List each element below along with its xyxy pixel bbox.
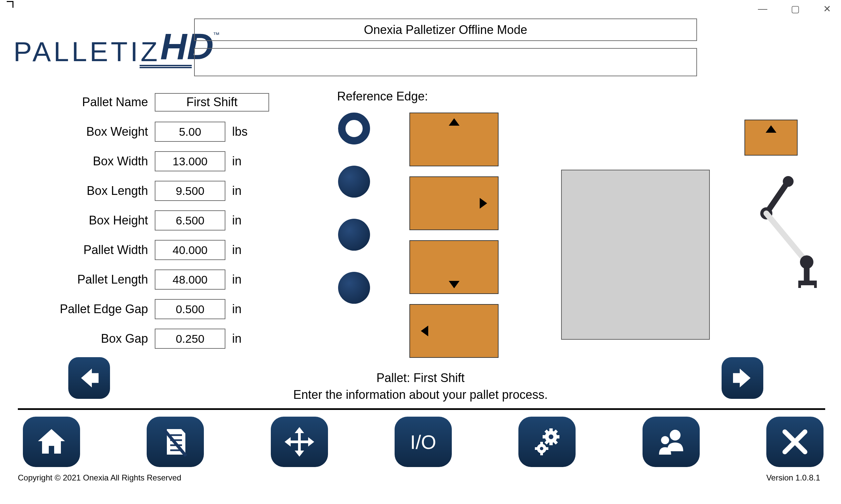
users-button[interactable]: [642, 417, 700, 467]
box-weight-unit: lbs: [232, 125, 251, 139]
status-banner: [194, 48, 697, 76]
settings-button[interactable]: [518, 417, 576, 467]
svg-rect-24: [540, 452, 543, 455]
pallet-width-unit: in: [232, 243, 251, 257]
arrow-right-icon: [480, 198, 487, 209]
home-icon: [35, 425, 68, 458]
gears-icon: [530, 425, 564, 458]
pallet-width-label: Pallet Width: [54, 243, 148, 257]
reference-edge-radio-left[interactable]: [338, 272, 370, 304]
reference-edge-box-up[interactable]: [409, 112, 499, 166]
svg-point-28: [661, 436, 669, 444]
reference-edge-label: Reference Edge:: [337, 89, 428, 104]
box-weight-label: Box Weight: [54, 125, 148, 139]
pallet-width-input[interactable]: [155, 240, 225, 260]
bottom-toolbar: I/O: [23, 417, 824, 467]
svg-rect-5: [814, 281, 817, 288]
svg-rect-16: [555, 435, 560, 438]
pallet-name-input[interactable]: [155, 93, 269, 111]
svg-rect-23: [540, 442, 543, 445]
svg-point-12: [549, 434, 553, 439]
pallet-length-unit: in: [232, 272, 251, 287]
svg-point-27: [670, 430, 681, 440]
io-button[interactable]: I/O: [395, 417, 452, 467]
mode-banner: Onexia Palletizer Offline Mode: [194, 18, 697, 41]
move-arrows-icon: [282, 425, 316, 458]
svg-rect-13: [549, 428, 553, 432]
window-controls: — ▢ ✕: [758, 3, 831, 15]
reference-edge-radios: [338, 112, 370, 304]
minimize-button[interactable]: —: [758, 3, 767, 15]
box-weight-input[interactable]: [155, 122, 225, 142]
pallet-edge-gap-unit: in: [232, 302, 251, 316]
svg-rect-14: [549, 441, 553, 445]
jog-button[interactable]: [271, 417, 328, 467]
document-icon: [158, 425, 192, 458]
pallet-length-input[interactable]: [155, 269, 225, 290]
maximize-button[interactable]: ▢: [791, 3, 800, 15]
svg-rect-3: [798, 281, 817, 285]
reference-edge-boxes: [409, 112, 499, 358]
reference-edge-radio-up[interactable]: [338, 112, 370, 144]
box-width-label: Box Width: [54, 154, 148, 168]
close-icon: [778, 425, 812, 458]
version-text: Version 1.0.8.1: [766, 473, 820, 483]
next-page-button[interactable]: [722, 357, 763, 399]
pallet-length-label: Pallet Length: [54, 272, 148, 287]
svg-point-0: [783, 176, 793, 187]
box-width-input[interactable]: [155, 151, 225, 172]
box-height-label: Box Height: [54, 213, 148, 228]
window-restore-corner: [7, 1, 14, 8]
app-logo: PALLETIZHD™: [14, 27, 213, 68]
copyright-text: Copyright © 2021 Onexia All Rights Reser…: [18, 473, 181, 483]
arrow-up-icon: [449, 118, 460, 126]
box-height-input[interactable]: [155, 210, 225, 231]
recipes-button[interactable]: [147, 417, 204, 467]
prev-page-button[interactable]: [68, 357, 110, 399]
logo-text: PALLETIZ: [14, 36, 160, 67]
box-length-unit: in: [232, 184, 251, 198]
reference-edge-radio-right[interactable]: [338, 166, 370, 198]
io-icon: I/O: [410, 431, 436, 453]
pallet-form: Pallet Name Box Weight lbs Box Width in …: [54, 87, 269, 354]
svg-rect-26: [545, 447, 548, 450]
toolbar-divider: [18, 408, 825, 410]
pallet-name-label: Pallet Name: [54, 95, 148, 109]
exit-button[interactable]: [766, 417, 824, 467]
box-width-unit: in: [232, 154, 251, 168]
arrow-left-icon: [421, 326, 428, 336]
robot-arm-icon: [748, 175, 827, 289]
svg-rect-4: [798, 281, 801, 288]
box-gap-label: Box Gap: [54, 331, 148, 346]
users-icon: [654, 425, 688, 458]
box-gap-input[interactable]: [155, 329, 225, 349]
box-gap-unit: in: [232, 331, 251, 346]
pallet-status-line: Pallet: First Shift: [0, 370, 841, 386]
box-length-label: Box Length: [54, 184, 148, 198]
svg-rect-25: [535, 447, 538, 450]
arrow-right-icon: [729, 364, 756, 392]
box-length-input[interactable]: [155, 181, 225, 201]
close-window-button[interactable]: ✕: [823, 3, 831, 15]
arrow-up-icon: [766, 125, 776, 133]
reference-edge-box-down[interactable]: [409, 240, 499, 294]
instruction-line: Enter the information about your pallet …: [0, 386, 841, 403]
pallet-preview: [561, 170, 710, 340]
arrow-left-icon: [76, 364, 103, 392]
reference-edge-box-right[interactable]: [409, 176, 499, 230]
pallet-edge-gap-label: Pallet Edge Gap: [54, 302, 148, 316]
box-preview: [744, 120, 797, 156]
svg-rect-15: [543, 435, 547, 438]
instruction-text: Pallet: First Shift Enter the informatio…: [0, 370, 841, 403]
home-button[interactable]: [23, 417, 80, 467]
pallet-edge-gap-input[interactable]: [155, 299, 225, 319]
reference-edge-box-left[interactable]: [409, 304, 499, 358]
arrow-down-icon: [449, 281, 460, 288]
svg-point-22: [540, 447, 543, 450]
box-height-unit: in: [232, 213, 251, 228]
reference-edge-radio-down[interactable]: [338, 219, 370, 251]
